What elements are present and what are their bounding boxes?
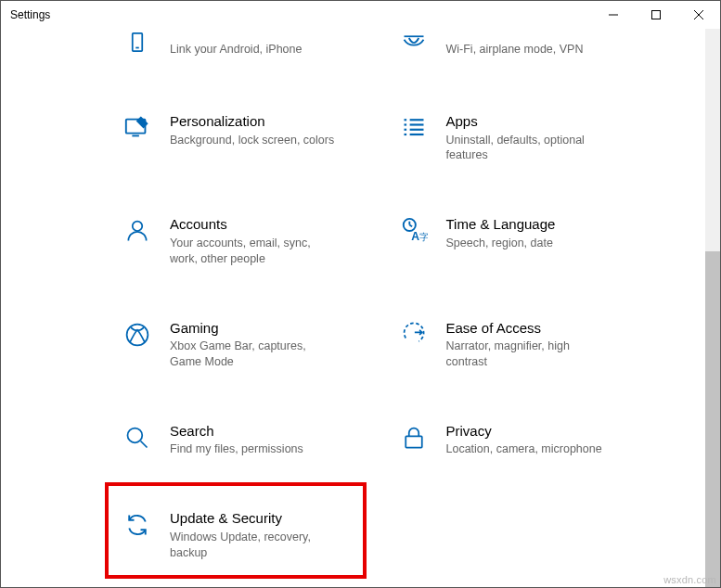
- close-button[interactable]: [677, 1, 720, 29]
- tile-title: Privacy: [446, 422, 602, 441]
- tile-desc: Uninstall, defaults, optional features: [446, 133, 613, 164]
- xbox-icon: [122, 319, 153, 351]
- tile-title: Time & Language: [446, 215, 556, 234]
- paint-icon: [122, 112, 153, 144]
- tile-desc: Speech, region, date: [446, 236, 556, 251]
- search-icon: [122, 422, 153, 454]
- svg-rect-1: [652, 11, 661, 19]
- tile-title: Update & Security: [170, 509, 337, 528]
- person-icon: [122, 215, 153, 247]
- tile-desc: Windows Update, recovery, backup: [170, 530, 337, 561]
- svg-point-24: [128, 428, 143, 442]
- tile-accounts[interactable]: Accounts Your accounts, email, sync, wor…: [122, 211, 380, 270]
- svg-line-25: [141, 441, 148, 447]
- window-title: Settings: [10, 8, 50, 21]
- tile-desc: Location, camera, microphone: [446, 441, 602, 457]
- tile-apps[interactable]: Apps Uninstall, defaults, optional featu…: [398, 109, 656, 167]
- ease-of-access-icon: [398, 319, 430, 351]
- tile-title: Search: [170, 422, 303, 441]
- settings-home: Link your Android, iPhone Wi-Fi, airplan…: [1, 29, 720, 587]
- tile-title: Apps: [446, 112, 613, 131]
- tile-desc: Link your Android, iPhone: [170, 42, 302, 58]
- tile-network[interactable]: Wi-Fi, airplane mode, VPN: [398, 38, 656, 64]
- tile-privacy[interactable]: Privacy Location, camera, microphone: [398, 418, 656, 461]
- svg-point-17: [133, 222, 143, 232]
- window-controls: [592, 1, 720, 28]
- sync-icon: [122, 509, 153, 541]
- tile-title: Gaming: [170, 319, 337, 338]
- tile-desc: Narrator, magnifier, high contrast: [446, 339, 613, 370]
- tile-phone[interactable]: Link your Android, iPhone: [122, 38, 380, 64]
- tile-desc: Wi-Fi, airplane mode, VPN: [446, 42, 584, 58]
- globe-icon: [398, 29, 430, 60]
- scrollbar-thumb[interactable]: [705, 251, 720, 588]
- tile-title: Ease of Access: [446, 319, 613, 338]
- tile-ease-of-access[interactable]: Ease of Access Narrator, magnifier, high…: [398, 315, 656, 374]
- apps-list-icon: [398, 112, 430, 144]
- settings-grid: Link your Android, iPhone Wi-Fi, airplan…: [1, 29, 692, 587]
- svg-point-23: [127, 324, 148, 345]
- time-language-icon: A字: [398, 215, 430, 247]
- tile-update-security[interactable]: Update & Security Windows Update, recove…: [122, 505, 380, 564]
- titlebar: Settings: [1, 1, 720, 29]
- tile-gaming[interactable]: Gaming Xbox Game Bar, captures, Game Mod…: [122, 315, 380, 374]
- maximize-button[interactable]: [635, 1, 677, 29]
- tile-title: Personalization: [170, 112, 334, 131]
- tile-search[interactable]: Search Find my files, permissions: [122, 418, 380, 461]
- scrollbar-track[interactable]: [705, 29, 720, 587]
- tile-title: Accounts: [170, 215, 337, 234]
- watermark: wsxdn.com: [663, 574, 716, 585]
- tile-desc: Xbox Game Bar, captures, Game Mode: [170, 339, 337, 370]
- svg-line-20: [409, 225, 412, 227]
- tile-personalization[interactable]: Personalization Background, lock screen,…: [122, 109, 380, 167]
- minimize-button[interactable]: [592, 1, 635, 29]
- tile-time-language[interactable]: A字 Time & Language Speech, region, date: [398, 211, 656, 270]
- tile-desc: Background, lock screen, colors: [170, 133, 334, 148]
- svg-text:字: 字: [418, 233, 427, 243]
- phone-icon: [122, 29, 153, 60]
- lock-icon: [398, 422, 430, 454]
- tile-desc: Your accounts, email, sync, work, other …: [170, 236, 337, 267]
- tile-desc: Find my files, permissions: [170, 441, 303, 457]
- svg-rect-26: [406, 436, 422, 447]
